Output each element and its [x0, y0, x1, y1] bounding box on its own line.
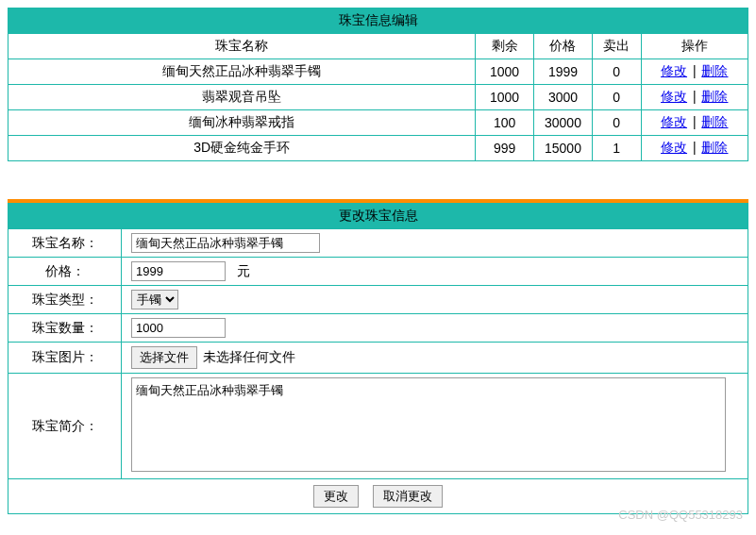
delete-link[interactable]: 删除: [701, 89, 728, 104]
col-sold: 卖出: [592, 34, 641, 59]
cell-name: 翡翠观音吊坠: [8, 85, 476, 110]
label-price: 价格：: [8, 258, 122, 286]
edit-link[interactable]: 修改: [661, 140, 687, 155]
delete-link[interactable]: 删除: [701, 140, 728, 155]
label-type: 珠宝类型：: [8, 286, 122, 314]
table-row: 翡翠观音吊坠 1000 3000 0 修改 | 删除: [8, 85, 748, 110]
edit-link[interactable]: 修改: [661, 89, 687, 104]
cell-price: 1999: [534, 59, 593, 85]
cell-name: 缅甸天然正品冰种翡翠手镯: [8, 59, 476, 85]
qty-input[interactable]: [131, 318, 226, 338]
cell-action: 修改 | 删除: [641, 85, 748, 110]
cell-action: 修改 | 删除: [641, 59, 748, 85]
delete-link[interactable]: 删除: [701, 63, 728, 78]
table-row: 缅甸冰种翡翠戒指 100 30000 0 修改 | 删除: [8, 110, 748, 136]
col-remain: 剩余: [476, 34, 534, 59]
cell-remain: 100: [476, 110, 534, 136]
cell-price: 3000: [534, 85, 593, 110]
cell-sold: 0: [592, 110, 641, 136]
separator: |: [689, 114, 699, 129]
desc-textarea[interactable]: [131, 377, 726, 472]
cell-sold: 0: [592, 59, 641, 85]
cell-price: 30000: [534, 110, 593, 136]
price-input[interactable]: [131, 261, 226, 281]
col-action: 操作: [641, 34, 748, 59]
cell-name: 3D硬金纯金手环: [8, 136, 476, 161]
price-unit: 元: [237, 263, 250, 278]
edit-link[interactable]: 修改: [661, 114, 687, 129]
separator: |: [689, 89, 699, 104]
col-price: 价格: [534, 34, 593, 59]
cancel-button[interactable]: 取消更改: [373, 485, 443, 508]
label-qty: 珠宝数量：: [8, 314, 122, 343]
file-status: 未选择任何文件: [203, 349, 295, 366]
delete-link[interactable]: 删除: [701, 114, 728, 129]
list-title: 珠宝信息编辑: [8, 8, 748, 34]
cell-action: 修改 | 删除: [641, 110, 748, 136]
label-name: 珠宝名称：: [8, 229, 122, 258]
edit-link[interactable]: 修改: [661, 63, 687, 78]
separator: |: [689, 63, 699, 78]
table-row: 缅甸天然正品冰种翡翠手镯 1000 1999 0 修改 | 删除: [8, 59, 748, 85]
separator: |: [689, 140, 699, 155]
label-image: 珠宝图片：: [8, 343, 122, 374]
watermark: CSDN @QQ55318293: [618, 508, 743, 522]
cell-remain: 1000: [476, 59, 534, 85]
cell-remain: 1000: [476, 85, 534, 110]
cell-price: 15000: [534, 136, 593, 161]
col-name: 珠宝名称: [8, 34, 476, 59]
jewelry-list-table: 珠宝信息编辑 珠宝名称 剩余 价格 卖出 操作 缅甸天然正品冰种翡翠手镯 100…: [8, 8, 748, 161]
name-input[interactable]: [131, 233, 320, 253]
cell-name: 缅甸冰种翡翠戒指: [8, 110, 476, 136]
edit-form-table: 更改珠宝信息 珠宝名称： 价格： 元 珠宝类型： 手镯 珠宝数量： 珠宝图片： …: [8, 203, 748, 514]
form-title: 更改珠宝信息: [8, 204, 748, 229]
file-select-button[interactable]: 选择文件: [131, 346, 197, 369]
cell-sold: 0: [592, 85, 641, 110]
table-row: 3D硬金纯金手环 999 15000 1 修改 | 删除: [8, 136, 748, 161]
submit-button[interactable]: 更改: [313, 485, 359, 508]
label-desc: 珠宝简介：: [8, 374, 122, 479]
cell-sold: 1: [592, 136, 641, 161]
cell-remain: 999: [476, 136, 534, 161]
cell-action: 修改 | 删除: [641, 136, 748, 161]
type-select[interactable]: 手镯: [131, 290, 178, 309]
